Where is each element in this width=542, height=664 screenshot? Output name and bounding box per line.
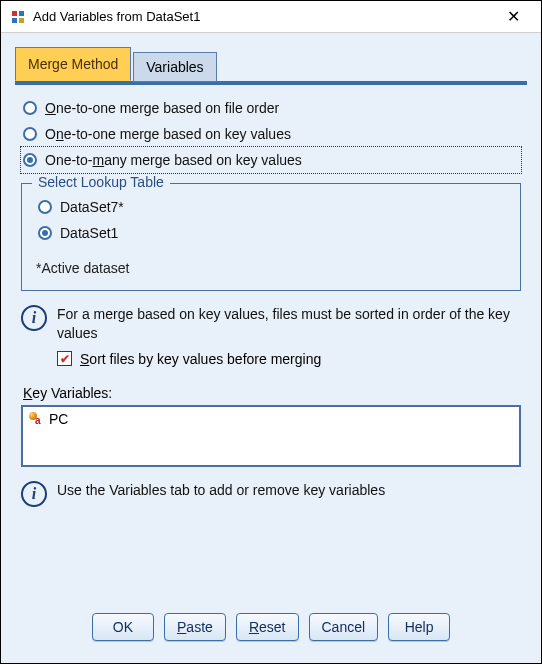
radio-one-to-many-key[interactable]: One-to-many merge based on key values (21, 147, 521, 173)
dialog-window: Add Variables from DataSet1 ✕ Merge Meth… (0, 0, 542, 664)
lookup-legend: Select Lookup Table (32, 174, 170, 190)
variable-icon (29, 412, 43, 426)
radio-indicator (23, 127, 37, 141)
radio-one-to-one-key[interactable]: One-to-one merge based on key values (21, 121, 521, 147)
svg-rect-2 (12, 18, 17, 23)
info-icon: i (21, 481, 47, 507)
paste-button[interactable]: Paste (164, 613, 226, 641)
radio-one-to-one-file-order[interactable]: One-to-one merge based on file order (21, 95, 521, 121)
dialog-buttons: OK Paste Reset Cancel Help (15, 603, 527, 655)
tabs: Merge Method Variables (15, 47, 527, 81)
key-variables-label: Key Variables: (23, 385, 521, 401)
key-variables-list[interactable]: PC (21, 405, 521, 467)
lookup-table-group: Select Lookup Table DataSet7* DataSet1 *… (21, 183, 521, 291)
ok-button[interactable]: OK (92, 613, 154, 641)
list-item[interactable]: PC (29, 411, 513, 427)
window-title: Add Variables from DataSet1 (33, 9, 493, 24)
radio-indicator (23, 153, 37, 167)
svg-rect-1 (19, 11, 24, 16)
merge-method-section: One-to-one merge based on file order One… (15, 85, 527, 507)
dialog-content: Merge Method Variables One-to-one merge … (1, 33, 541, 663)
cancel-button[interactable]: Cancel (309, 613, 379, 641)
tab-merge-method[interactable]: Merge Method (15, 47, 131, 81)
help-button[interactable]: Help (388, 613, 450, 641)
info-use-variables-tab: i Use the Variables tab to add or remove… (21, 481, 521, 507)
checkbox-indicator: ✔ (57, 351, 72, 366)
radio-label: DataSet1 (60, 225, 118, 241)
info-text: For a merge based on key values, files m… (57, 305, 521, 343)
tab-variables[interactable]: Variables (133, 52, 216, 82)
radio-label: One-to-many merge based on key values (45, 152, 302, 168)
titlebar: Add Variables from DataSet1 ✕ (1, 1, 541, 33)
radio-lookup-dataset1[interactable]: DataSet1 (36, 220, 506, 246)
radio-label: One-to-one merge based on key values (45, 126, 291, 142)
radio-indicator (38, 226, 52, 240)
close-button[interactable]: ✕ (493, 1, 533, 32)
radio-label: DataSet7* (60, 199, 124, 215)
radio-indicator (38, 200, 52, 214)
info-text: Use the Variables tab to add or remove k… (57, 481, 385, 500)
radio-label: One-to-one merge based on file order (45, 100, 279, 116)
checkbox-label: Sort files by key values before merging (80, 351, 321, 367)
app-icon (9, 8, 27, 26)
active-dataset-note: *Active dataset (36, 260, 506, 276)
checkbox-sort-files[interactable]: ✔ Sort files by key values before mergin… (57, 351, 521, 367)
svg-rect-0 (12, 11, 17, 16)
info-icon: i (21, 305, 47, 331)
radio-lookup-dataset7[interactable]: DataSet7* (36, 194, 506, 220)
reset-button[interactable]: Reset (236, 613, 299, 641)
svg-rect-3 (19, 18, 24, 23)
info-sorted-files: i For a merge based on key values, files… (21, 305, 521, 343)
radio-indicator (23, 101, 37, 115)
variable-name: PC (49, 411, 68, 427)
